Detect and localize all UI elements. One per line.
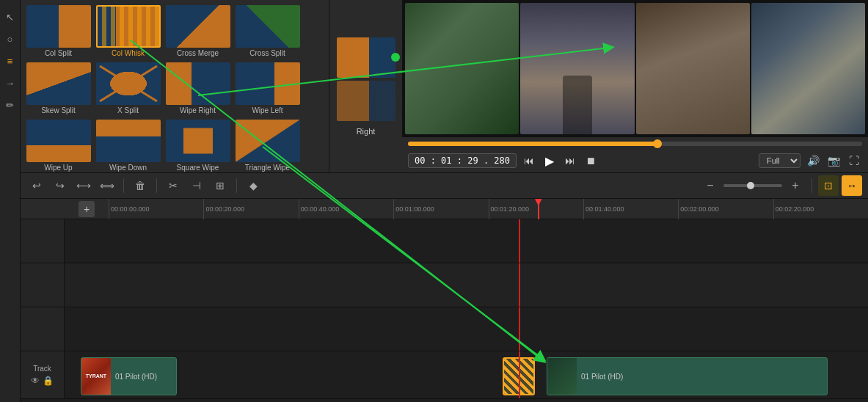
circle-icon[interactable]: ○ xyxy=(2,31,18,47)
separator-3 xyxy=(236,178,237,193)
transition-wipe-left[interactable]: Wipe Left xyxy=(233,60,302,117)
ruler-mark-1: 00:00:20.000 xyxy=(203,199,298,219)
skew-split-thumb xyxy=(26,62,91,105)
track-row-empty-1 xyxy=(21,219,868,263)
delete-button[interactable]: 🗑 xyxy=(130,175,150,196)
step-back-button[interactable]: ⏮ xyxy=(521,153,537,169)
wipe-left-label: Wipe Left xyxy=(252,106,282,114)
snap-toggle[interactable]: ↔ xyxy=(842,175,862,196)
clip-tyrant[interactable]: TYRANT 01 Pilot (HD) xyxy=(81,357,177,395)
progress-bar[interactable] xyxy=(408,142,862,146)
playhead[interactable] xyxy=(538,199,539,219)
clip-pilot-right[interactable]: 01 Pilot (HD) xyxy=(547,357,828,395)
track-name: Track xyxy=(33,365,51,373)
timeline-ruler: + 00:00:00.000 00:00:20.000 00:00:40.000… xyxy=(21,199,868,219)
grid-button[interactable]: ⊞ xyxy=(210,175,230,196)
cross-merge-label: Cross Merge xyxy=(177,49,219,57)
redo-button[interactable]: ↪ xyxy=(50,175,70,196)
col-split-thumb xyxy=(26,5,91,48)
x-split-label: X Split xyxy=(117,106,139,114)
zoom-control: − + xyxy=(700,175,806,196)
track-row-empty-3 xyxy=(21,307,868,351)
ruler-mark-2: 00:00:40.000 xyxy=(299,199,393,219)
transition-col-whisk[interactable]: Col Whisk xyxy=(93,3,163,60)
track-lock-icon[interactable]: 🔒 xyxy=(43,376,54,386)
transition-cross-split[interactable]: Cross Split xyxy=(233,3,302,60)
clip-thumbnail-tyrant: TYRANT xyxy=(81,358,111,395)
wipe-down-label: Wipe Down xyxy=(109,164,147,172)
timeline-tracks: Track 👁 🔒 TYRANT xyxy=(21,219,868,402)
triangle-wipe-thumb xyxy=(236,120,300,162)
track-row-empty-2 xyxy=(21,263,868,307)
volume-button[interactable]: 🔊 xyxy=(805,153,821,169)
progress-handle[interactable] xyxy=(653,139,662,148)
triangle-wipe-label: Triangle Wipe xyxy=(245,164,290,172)
transition-col-split[interactable]: Col Split xyxy=(23,3,93,60)
zoom-slider[interactable] xyxy=(723,184,782,187)
transition-wipe-up[interactable]: Wipe Up xyxy=(23,117,93,172)
cut-button[interactable]: ✂ xyxy=(163,175,183,196)
square-wipe-thumb xyxy=(166,120,230,162)
pencil-icon[interactable]: ✏ xyxy=(2,97,18,113)
sidebar: ↖ ○ ≡ → ✏ xyxy=(0,0,21,402)
cross-split-label: Cross Split xyxy=(249,49,285,57)
separator-2 xyxy=(156,178,157,193)
arrow-right-icon[interactable]: → xyxy=(2,75,18,91)
ruler-mark-6: 00:02:00.000 xyxy=(678,199,773,219)
ruler-mark-5: 00:01:40.000 xyxy=(583,199,678,219)
ruler-marks: 00:00:00.000 00:00:20.000 00:00:40.000 0… xyxy=(109,199,868,219)
zoom-plus-button[interactable]: + xyxy=(785,175,806,196)
transition-x-split[interactable]: X Split xyxy=(93,60,163,117)
snapshot-button[interactable]: 📷 xyxy=(825,153,842,169)
play-button[interactable]: ▶ xyxy=(541,153,558,169)
transition-square-wipe[interactable]: Square Wipe xyxy=(163,117,233,172)
track-eye-icon[interactable]: 👁 xyxy=(31,376,40,386)
transition-cross-merge[interactable]: Cross Merge xyxy=(163,3,233,60)
preview-frame-2 xyxy=(520,3,634,134)
preview-frame-4 xyxy=(751,3,865,134)
preview-controls: 00 : 01 : 29 . 280 ⏮ ▶ ⏭ ⏹ Full 1/2 1/4 … xyxy=(402,149,868,172)
transitions-panel: Col Split Col Whisk Cross Merge Cross Sp… xyxy=(21,0,329,172)
clip-label-tyrant: 01 Pilot (HD) xyxy=(111,373,161,381)
wipe-up-label: Wipe Up xyxy=(44,164,72,172)
trim-button[interactable]: ⊣ xyxy=(186,175,207,196)
zoom-minus-button[interactable]: − xyxy=(700,175,721,196)
skew-split-label: Skew Split xyxy=(41,106,76,114)
ripple-button[interactable]: ⟷ xyxy=(73,175,94,196)
preview-frame-3 xyxy=(636,3,750,134)
undo-button[interactable]: ↩ xyxy=(26,175,47,196)
ripple2-button[interactable]: ⟺ xyxy=(97,175,117,196)
transition-wipe-right[interactable]: Wipe Right xyxy=(163,60,233,117)
toolbar: ↩ ↪ ⟷ ⟺ 🗑 ✂ ⊣ ⊞ ◆ − + ⊡ ↔ xyxy=(21,172,868,199)
track-content-main: TYRANT 01 Pilot (HD) 01 Pilot (H xyxy=(65,351,868,398)
col-whisk-label: Col Whisk xyxy=(112,49,145,57)
list-icon[interactable]: ≡ xyxy=(2,53,18,69)
right-label: Right xyxy=(357,127,376,136)
add-track-button[interactable]: + xyxy=(79,201,95,217)
transition-wipe-down[interactable]: Wipe Down xyxy=(93,117,163,172)
wipe-right-thumb xyxy=(166,62,230,105)
preview-images-container xyxy=(402,0,868,137)
fullscreen-button[interactable]: ⛶ xyxy=(846,153,862,169)
transition-triangle-wipe[interactable]: Triangle Wipe xyxy=(233,117,302,172)
ruler-mark-0: 00:00:00.000 xyxy=(109,199,203,219)
wipe-down-thumb xyxy=(96,120,161,162)
step-forward-button[interactable]: ⏭ xyxy=(562,153,578,169)
cursor-icon[interactable]: ↖ xyxy=(2,9,18,25)
ruler-mark-7: 00:02:20.000 xyxy=(773,199,868,219)
ruler-mark-4: 00:01:20.000 xyxy=(489,199,583,219)
col-split-label: Col Split xyxy=(45,49,72,57)
transitions-panel-toggle[interactable]: ⊡ xyxy=(818,175,839,196)
quality-select[interactable]: Full 1/2 1/4 Auto xyxy=(759,153,800,168)
track-row-main: Track 👁 🔒 TYRANT xyxy=(21,351,868,399)
separator-1 xyxy=(123,178,124,193)
clip-thumbnail-pilot xyxy=(547,358,577,395)
preview-frame-1 xyxy=(405,3,519,134)
transition-skew-split[interactable]: Skew Split xyxy=(23,60,93,117)
stop-button[interactable]: ⏹ xyxy=(583,153,599,169)
zoom-handle xyxy=(747,182,754,189)
wipe-right-label: Wipe Right xyxy=(180,106,216,114)
timeline-area: + 00:00:00.000 00:00:20.000 00:00:40.000… xyxy=(21,199,868,402)
marker-button[interactable]: ◆ xyxy=(243,175,263,196)
cross-split-thumb xyxy=(236,5,300,48)
